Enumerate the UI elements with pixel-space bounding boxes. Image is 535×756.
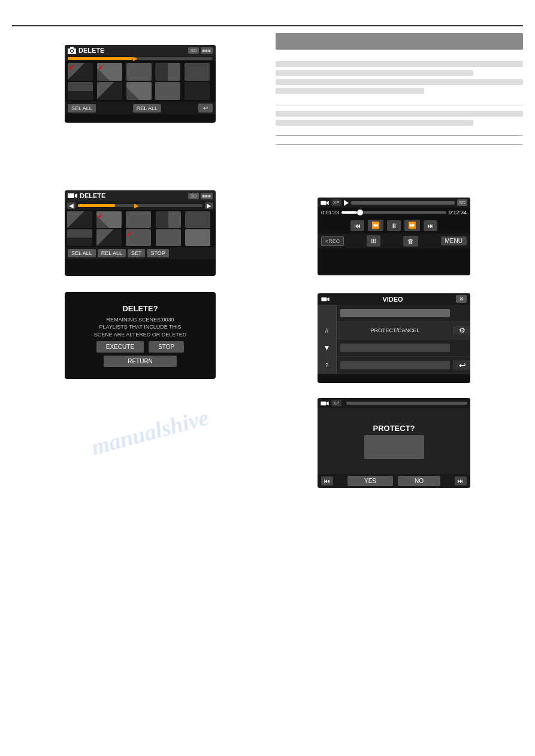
screen1-progress-fill [68, 57, 133, 60]
vid-thumb-1[interactable] [67, 211, 92, 228]
sel-all-button-2[interactable]: SEL ALL [68, 249, 96, 257]
yes-no-buttons: YES NO [333, 476, 455, 486]
back-icon: ↩ [459, 360, 466, 370]
xp-badge: XP [331, 199, 341, 206]
skip-forward-button[interactable]: ⏭ [424, 220, 437, 231]
vid-thumb-9[interactable] [156, 229, 181, 246]
screen-video-menu: VIDEO ✕ // PROTECT/CANCEL ⚙ ▼ [318, 293, 470, 383]
text-line-6 [276, 120, 473, 126]
next-arrow[interactable]: ▶ [205, 202, 213, 209]
screen2-progress-fill [78, 204, 115, 207]
screen2-thumbnails [65, 210, 216, 247]
svg-marker-9 [327, 201, 328, 205]
menu-row-1-text [340, 309, 450, 317]
vid-thumb-4[interactable] [156, 211, 181, 228]
screen2-progress: ▶ [78, 204, 202, 207]
vid-thumb-10[interactable] [185, 229, 210, 246]
stop-button-2[interactable]: STOP [147, 249, 168, 257]
vid-thumb-8[interactable] [126, 229, 151, 246]
thumb-6[interactable] [68, 82, 93, 100]
screen2-header: DELETE SD ■■■ [65, 190, 216, 201]
rewind-button[interactable]: ⏪ [368, 220, 383, 231]
screen4-header: XP SD [318, 198, 470, 208]
menu-row-3-text [340, 344, 450, 352]
text-line-3 [276, 79, 523, 85]
remaining-scenes-text: REMAINING SCENES:0030 [106, 317, 174, 323]
vid-thumb-3[interactable] [126, 211, 151, 228]
no-button[interactable]: NO [398, 476, 440, 486]
return-button[interactable]: RETURN [104, 356, 177, 367]
text-line-2 [276, 70, 473, 76]
gear-icon: ⚙ [459, 326, 466, 335]
playback-timeline: 0:01:23 0:12:34 [318, 208, 470, 217]
menu-row-protect-side: // [318, 322, 337, 339]
protect-question-title: PROTECT? [373, 424, 415, 433]
yes-button[interactable]: YES [347, 476, 393, 486]
rel-all-button-2[interactable]: REL ALL [98, 249, 126, 257]
header-bar-deco-6 [346, 402, 467, 405]
thumb-5[interactable] [185, 63, 210, 81]
screen-delete-confirm: DELETE? REMAINING SCENES:0030 PLAYLISTS … [65, 292, 216, 379]
screen-playback: XP SD 0:01:23 0:12:34 ⏮ ⏪ ⏸ ⏩ ⏭ <REC ⊞ 🗑… [318, 198, 470, 275]
screen4-footer: <REC ⊞ 🗑 MENU [318, 233, 470, 248]
rel-all-button-1[interactable]: REL ALL [133, 104, 161, 113]
skip-back-button[interactable]: ⏮ [350, 220, 364, 231]
thumb-1[interactable] [68, 63, 93, 81]
trash-button[interactable]: 🗑 [403, 236, 418, 247]
pause-button[interactable]: ⏸ [387, 220, 401, 231]
close-button[interactable]: ✕ [456, 295, 467, 303]
video-camera-icon-4 [321, 400, 329, 406]
badge-sd-2: SD [188, 193, 198, 199]
thumb-2[interactable] [97, 63, 122, 81]
menu-button[interactable]: MENU [441, 236, 467, 245]
text-line-4 [276, 88, 424, 94]
fast-forward-button[interactable]: ⏩ [404, 220, 420, 231]
svg-marker-14 [327, 401, 328, 405]
menu-row-4-back[interactable]: ↩ [454, 360, 470, 370]
thumb-4[interactable] [155, 63, 180, 81]
menu-row-protect[interactable]: // PROTECT/CANCEL ⚙ [318, 322, 470, 339]
sel-all-button-1[interactable]: SEL ALL [68, 104, 96, 113]
vid-thumb-2[interactable] [96, 211, 122, 228]
screen2-title-group: DELETE [68, 192, 105, 199]
stop-button-3[interactable]: STOP [149, 341, 184, 353]
screen1-progress-bar: ▶ [68, 57, 213, 60]
menu-row-protect-action[interactable]: ⚙ [454, 326, 470, 335]
screen1-title-group: DELETE [68, 47, 104, 54]
down-arrow-icon: ▼ [324, 344, 331, 352]
svg-rect-13 [321, 401, 326, 405]
menu-row-4-side: ? [318, 357, 337, 374]
back-button-1[interactable]: ↩ [198, 104, 213, 113]
svg-marker-5 [75, 193, 77, 198]
thumb-8[interactable] [126, 82, 152, 100]
grid-button[interactable]: ⊞ [367, 235, 380, 247]
vid-thumb-7[interactable] [96, 229, 122, 246]
vid-thumb-6[interactable] [67, 229, 92, 246]
protect-next-button[interactable]: ⏭ [455, 476, 467, 485]
screen2-arrow: ▶ [134, 202, 139, 209]
video-camera-icon-2 [321, 200, 329, 206]
text-divider-3 [276, 140, 523, 145]
set-button[interactable]: SET [128, 249, 146, 257]
playlist-warning-2: SCENE ARE ALTERED OR DELETED [94, 332, 186, 338]
delete-confirm-text: REMAINING SCENES:0030 PLAYLISTS THAT INC… [94, 316, 186, 339]
menu-row-1-content [337, 307, 454, 319]
playlist-warning-1: PLAYLISTS THAT INCLUDE THIS [99, 324, 181, 330]
screen-photo-delete: DELETE SD ■■■ ▶ SEL ALL REL ALL ↩ [65, 45, 216, 123]
thumb-3[interactable] [126, 63, 152, 81]
time-start: 0:01:23 [321, 210, 339, 215]
thumb-10[interactable] [185, 82, 210, 100]
execute-button[interactable]: EXECUTE [96, 341, 144, 353]
screen6-header: XP [318, 398, 470, 408]
screen2-title: DELETE [80, 192, 105, 199]
rec-button[interactable]: <REC [321, 236, 344, 246]
svg-rect-11 [321, 297, 327, 301]
protect-prev-button[interactable]: ⏮ [321, 476, 333, 485]
watermark: manualshive [89, 404, 211, 460]
thumb-9[interactable] [155, 82, 180, 100]
vid-thumb-5[interactable] [185, 211, 210, 228]
pb-track[interactable] [341, 211, 446, 214]
prev-arrow[interactable]: ◀ [67, 202, 75, 209]
pb-fill [341, 211, 357, 214]
thumb-7[interactable] [97, 82, 122, 100]
